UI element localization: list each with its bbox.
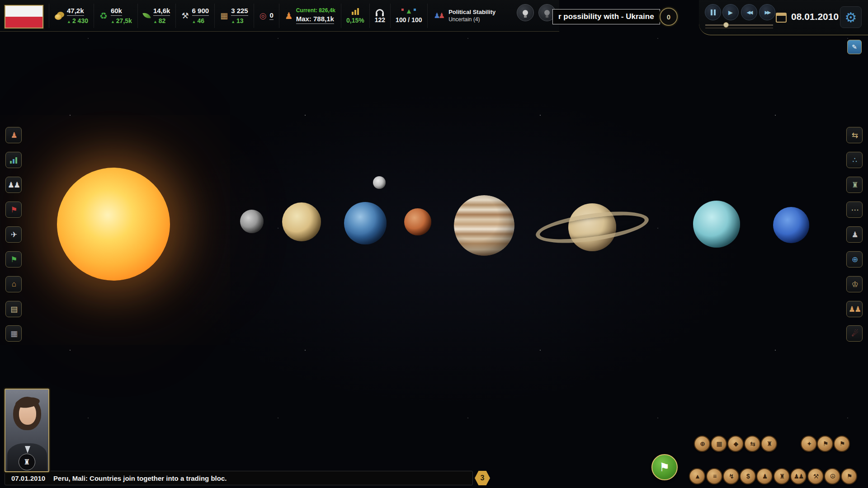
menu-more-options-button[interactable]: ⋯ [846,202,863,218]
raw-materials-delta: ▲46 [192,17,205,24]
pause-button[interactable] [705,4,721,20]
crate-icon: ▦ [220,11,228,21]
poland-flag-icon[interactable] [5,5,43,28]
military-power-resource[interactable]: ◎ 0 [254,4,279,28]
raw-materials-value: 6 900 [192,7,209,15]
menu-politics-button[interactable]: ⚑ [5,202,22,218]
menu-armed-forces-button[interactable]: ♜ [846,177,863,193]
workforce-button[interactable]: ♟♟ [790,468,807,484]
fast-forward-button[interactable]: ▶▶ [759,4,775,20]
goods-resource[interactable]: ▦ 3 225 ▲13 [214,4,254,28]
national-agenda-button[interactable]: ⚑ [651,454,678,480]
game-date: 08.01.2010 [791,11,839,22]
planet-shadow [773,207,809,243]
banking-button[interactable]: ♜ [774,468,790,484]
social-groups-icon: ♟♟ [849,305,860,314]
rewind-button[interactable]: ◀◀ [741,4,757,20]
world-market-icon: ⊕ [852,255,857,264]
overview-icon: ♟ [10,131,16,140]
planet-shadow [404,208,431,235]
puzzle-icon: ◆ [734,440,738,447]
demographics-button[interactable]: ♟ [756,468,773,484]
menu-organizations-button[interactable]: ∴ [846,152,863,168]
settings-button[interactable]: ⚙ [840,6,862,28]
nebula-glow [158,90,746,407]
finance-button[interactable]: $ [740,468,756,484]
person-coin-icon: ♟ [762,473,767,480]
scenarios-button[interactable]: ⚑ [834,436,850,452]
power-icon: ↯ [729,473,733,480]
crowd-icon: ♟♟ [793,473,803,480]
menu-laws-button[interactable]: ▤ [5,301,22,317]
menu-diplomacy-button[interactable]: ⇆ [846,127,863,143]
menu-overview-button[interactable]: ♟ [5,127,22,143]
treaties-button[interactable]: ⇆ [744,436,760,452]
planet-shadow [344,202,387,244]
menu-infrastructure-button[interactable]: ⌂ [5,276,22,292]
event-ticker[interactable]: r possibility with - Ukraine [552,9,660,24]
hint-button[interactable] [517,4,534,21]
objectives-button[interactable]: ⚑ [817,436,833,452]
political-stability[interactable]: ♟♟ Political Stability Uncertain (4) [427,4,502,28]
rewind-icon: ◀◀ [747,9,752,15]
treasury-resource[interactable]: 47,2k ▲2 430 [49,4,94,28]
menu-intelligence-button[interactable]: ♔ [846,276,863,292]
menu-society-button[interactable]: ♟♟ [5,177,22,193]
planet-uranus [693,201,740,248]
government-button[interactable]: ♜ [761,436,777,452]
recycling-resource[interactable]: ♻ 60k ▲27,5k [94,4,137,28]
population-resource[interactable]: ♟ Current: 826,4k Max: 788,1k [279,4,341,28]
play-button[interactable]: ▶ [722,4,739,20]
news-ticker-bar[interactable]: 07.01.2010 Peru, Mali: Countries join to… [5,471,473,485]
peace-button[interactable]: ☮ [824,468,840,484]
handshake-icon: ⇆ [750,440,755,447]
menu-national-goals-button[interactable]: ⚑ [5,251,22,267]
goods-value: 3 225 [231,7,248,15]
journal-button[interactable]: ✎ [847,40,862,54]
planet-shadow [373,176,386,189]
victory-flag-icon: ⚑ [847,473,852,480]
population-current: Current: 826,4k [296,7,335,14]
food-resource[interactable]: 14,6k ▲82 [137,4,176,28]
event-count-badge[interactable]: 0 [660,8,678,26]
planet-mercury [240,210,264,233]
stockpile-button[interactable]: ≡ [706,468,722,484]
menu-social-groups-button[interactable]: ♟♟ [846,301,863,317]
ministers-icon: ♟ [851,230,857,239]
menu-economy-button[interactable] [5,152,22,168]
calendar-icon [776,13,787,23]
menu-industry-button[interactable]: ▦ [5,325,22,342]
menu-strategic-warfare-button[interactable]: ☄ [846,325,863,342]
projects-button[interactable]: ◆ [727,436,744,452]
flag-icon: ⚑ [659,460,670,474]
planet-mars [404,208,431,235]
game-speed-slider[interactable] [705,24,773,26]
globe-icon: ⊕ [700,440,704,447]
resources-button[interactable]: ▲ [689,468,705,484]
organizations-icon: ∴ [853,155,857,165]
bulb-dim-icon [544,10,550,15]
approval-indicator[interactable]: ▲ 100 / 100 [390,4,427,28]
victory-button[interactable]: ⚑ [841,468,857,484]
treasury-delta: ▲2 430 [67,17,88,24]
treasury-value: 47,2k [67,7,84,15]
construction-button[interactable]: ⚒ [807,468,824,484]
technology-button[interactable]: ▦ [711,436,727,452]
news-date: 07.01.2010 [5,474,53,482]
menu-ministers-button[interactable]: ♟ [846,226,863,243]
planet-shadow [240,210,264,233]
ministry-button[interactable]: ♜ [19,454,35,470]
audience-indicator[interactable]: 122 [369,4,390,28]
menu-world-market-button[interactable]: ⊕ [846,251,863,267]
pickaxe-icon: ⚒ [181,11,189,21]
ceremonies-button[interactable]: ✦ [801,436,817,452]
menu-military-button[interactable]: ✈ [5,226,22,243]
game-speed-knob[interactable] [723,22,729,28]
economy-icon [10,156,17,164]
world-overview-button[interactable]: ⊕ [694,436,710,452]
society-icon: ♟♟ [8,180,19,190]
energy-button[interactable]: ↯ [723,468,739,484]
raw-materials-resource[interactable]: ⚒ 6 900 ▲46 [175,4,214,28]
growth-indicator[interactable]: 0,15% [341,4,369,28]
military-power-value: 0 [269,11,273,20]
